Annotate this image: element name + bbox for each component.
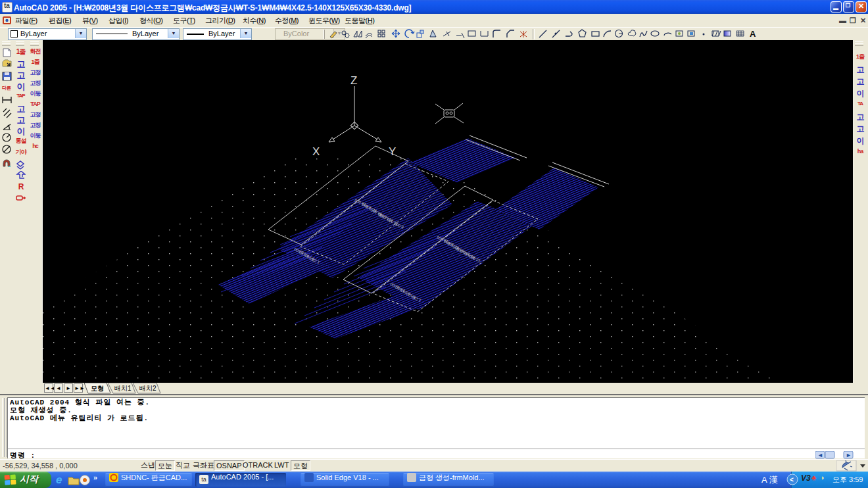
svg-text:X: X — [312, 145, 320, 158]
svg-text:모형: 모형 — [91, 385, 104, 392]
svg-text:다른: 다른 — [2, 85, 11, 91]
svg-text:Y: Y — [389, 145, 396, 158]
svg-text:»: » — [93, 474, 97, 481]
svg-text:<: < — [790, 476, 794, 483]
svg-text:e: e — [56, 474, 62, 486]
svg-text:►: ► — [846, 452, 852, 458]
svg-text:◄: ◄ — [817, 452, 823, 458]
svg-text:배치2: 배치2 — [139, 385, 157, 392]
svg-text:배치1: 배치1 — [114, 385, 132, 392]
svg-text:A: A — [750, 29, 756, 39]
svg-text:Z: Z — [350, 74, 357, 87]
